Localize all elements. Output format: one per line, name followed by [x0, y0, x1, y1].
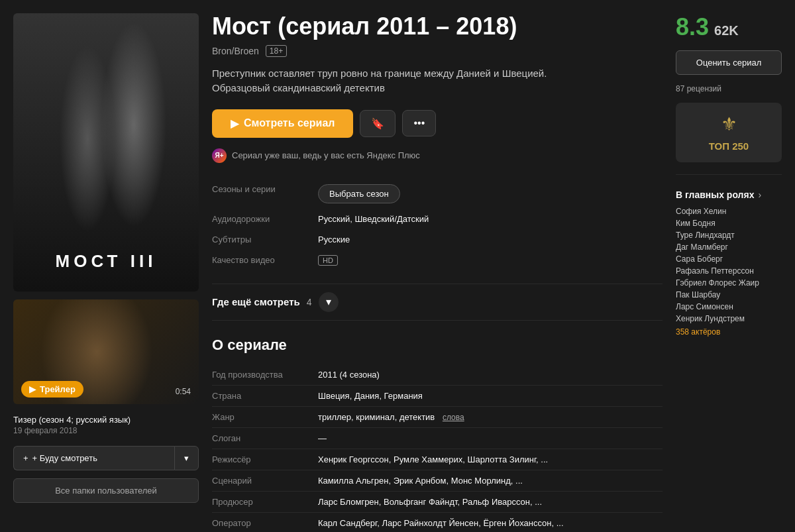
- trailer-thumbnail[interactable]: ▶ Трейлер 0:54: [13, 299, 199, 404]
- slova-link[interactable]: слова: [443, 413, 464, 422]
- cast-actor-9: Хенрик Лундстрем: [676, 314, 782, 323]
- subtitles-value: Русские: [318, 229, 662, 250]
- show-description: Преступник оставляет труп ровно на грани…: [212, 66, 583, 96]
- yandex-plus-icon: Я+: [212, 148, 227, 163]
- director-row: Режиссёр Хенрик Георгссон, Румле Хаммери…: [212, 449, 662, 470]
- age-badge: 18+: [266, 45, 287, 57]
- year-label: Год производства: [212, 364, 318, 386]
- director-label: Режиссёр: [212, 449, 318, 470]
- divider: [676, 174, 782, 175]
- year-row: Год производства 2011 (4 сезона): [212, 364, 662, 386]
- watchlist-dropdown-button[interactable]: ▾: [174, 446, 199, 470]
- cast-actor-2: Туре Линдхардт: [676, 231, 782, 240]
- reviews-count: 87 рецензий: [676, 84, 782, 93]
- watchlist-label: + Буду смотреть: [32, 453, 97, 463]
- slogan-row: Слоган —: [212, 427, 662, 449]
- writer-row: Сценарий Камилла Альгрен, Эрик Арнбом, М…: [212, 470, 662, 491]
- show-title: Мост (сериал 2011 – 2018): [212, 13, 662, 40]
- plus-icon: +: [23, 453, 28, 463]
- cast-actor-6: Гэбриел Флорес Жаир: [676, 278, 782, 288]
- cast-section: В главных ролях › София Хелин Ким Бодня …: [676, 189, 782, 337]
- seasons-row: Сезоны и серии Выбрать сезон: [212, 179, 662, 209]
- seasons-label: Сезоны и серии: [212, 179, 318, 209]
- operator-label: Оператор: [212, 512, 318, 532]
- rating-count: 62K: [714, 23, 739, 38]
- where-watch-expand-button[interactable]: ▾: [319, 292, 339, 312]
- rate-button[interactable]: Оценить сериал: [676, 50, 782, 75]
- quality-value: HD: [318, 250, 662, 270]
- chevron-down-icon: ▾: [184, 453, 189, 463]
- left-column: МОСТ III ▶ Трейлер 0:54 Тизер (сезон 4; …: [13, 13, 199, 532]
- season-select-button[interactable]: Выбрать сезон: [318, 184, 400, 203]
- producer-label: Продюсер: [212, 491, 318, 512]
- country-value: Швеция, Дания, Германия: [318, 385, 662, 406]
- producer-value: Ларс Бломгрен, Вольфганг Файндт, Ральф И…: [318, 491, 662, 512]
- poster-title: МОСТ III: [56, 251, 157, 272]
- yandex-plus-text: Сериал уже ваш, ведь у вас есть Яндекс П…: [232, 150, 420, 160]
- cast-title-row: В главных ролях ›: [676, 189, 782, 200]
- right-column: 8.3 62K Оценить сериал 87 рецензий ⚜ ТОП…: [676, 13, 782, 532]
- trailer-info: Тизер (сезон 4; русский язык) 19 февраля…: [13, 412, 199, 438]
- more-icon: •••: [413, 117, 425, 129]
- show-meta-row: Bron/Broen 18+: [212, 45, 662, 57]
- audio-value: Русский, Шведский/Датский: [318, 209, 662, 229]
- director-value: Хенрик Георгссон, Румле Хаммерих, Шарлот…: [318, 449, 662, 470]
- bookmark-button[interactable]: 🔖: [360, 110, 396, 137]
- bookmark-icon: 🔖: [371, 117, 384, 130]
- trailer-title: Тизер (сезон 4; русский язык): [13, 415, 199, 425]
- operator-row: Оператор Карл Сандберг, Ларс Райнхолдт Й…: [212, 512, 662, 532]
- rating-block: 8.3 62K: [676, 13, 782, 41]
- where-watch-row: Где ещё смотреть 4 ▾: [212, 284, 662, 321]
- writer-label: Сценарий: [212, 470, 318, 491]
- subtitles-row: Субтитры Русские: [212, 229, 662, 250]
- cast-actor-3: Даг Малмберг: [676, 242, 782, 252]
- country-row: Страна Швеция, Дания, Германия: [212, 385, 662, 406]
- producer-row: Продюсер Ларс Бломгрен, Вольфганг Файндт…: [212, 491, 662, 512]
- about-table: Год производства 2011 (4 сезона) Страна …: [212, 364, 662, 532]
- chevron-down-icon: ▾: [326, 295, 331, 308]
- quality-row: Качество видео HD: [212, 250, 662, 270]
- more-button[interactable]: •••: [402, 110, 436, 136]
- cast-actor-8: Ларс Симонсен: [676, 302, 782, 311]
- writer-value: Камилла Альгрен, Эрик Арнбом, Монс Морли…: [318, 470, 662, 491]
- top250-label: ТОП 250: [709, 140, 749, 152]
- rating-score: 8.3: [676, 13, 709, 41]
- cast-actor-0: София Хелин: [676, 207, 782, 216]
- genre-value: триллер, криминал, детектив слова: [318, 406, 662, 427]
- cast-actor-5: Рафаэль Петтерссон: [676, 266, 782, 276]
- main-poster: МОСТ III: [13, 13, 199, 292]
- watchlist-button[interactable]: + + Буду смотреть: [13, 446, 174, 470]
- year-value: 2011 (4 сезона): [318, 364, 662, 386]
- where-watch-count: 4: [307, 297, 312, 307]
- cast-actor-4: Сара Боберг: [676, 254, 782, 264]
- yandex-plus-row: Я+ Сериал уже ваш, ведь у вас есть Яндек…: [212, 148, 662, 163]
- slogan-label: Слоган: [212, 427, 318, 449]
- actors-count-link[interactable]: 358 актёров: [676, 327, 782, 337]
- cast-actor-7: Пак Шарбау: [676, 290, 782, 299]
- watchlist-row: + + Буду смотреть ▾: [13, 446, 199, 470]
- folders-button[interactable]: Все папки пользователей: [13, 478, 199, 503]
- play-icon: ▶: [29, 384, 36, 394]
- audio-label: Аудиодорожки: [212, 209, 318, 229]
- trailer-duration: 0:54: [176, 387, 191, 396]
- info-table: Сезоны и серии Выбрать сезон Аудиодорожк…: [212, 179, 662, 270]
- about-section-title: О сериале: [212, 337, 662, 354]
- audio-row: Аудиодорожки Русский, Шведский/Датский: [212, 209, 662, 229]
- cast-arrow-icon[interactable]: ›: [758, 189, 761, 200]
- action-row: ▶ Смотреть сериал 🔖 •••: [212, 109, 662, 138]
- original-title: Bron/Broen: [212, 46, 259, 56]
- cast-list: София Хелин Ким Бодня Туре Линдхардт Даг…: [676, 207, 782, 323]
- hd-badge: HD: [318, 255, 338, 266]
- genre-label: Жанр: [212, 406, 318, 427]
- play-icon: ▶: [231, 117, 238, 130]
- trailer-play-button[interactable]: ▶ Трейлер: [21, 381, 83, 398]
- watch-button[interactable]: ▶ Смотреть сериал: [212, 109, 353, 138]
- trailer-date: 19 февраля 2018: [13, 426, 199, 435]
- country-label: Страна: [212, 385, 318, 406]
- cast-section-title: В главных ролях: [676, 189, 754, 200]
- cast-actor-1: Ким Бодня: [676, 219, 782, 228]
- seasons-value: Выбрать сезон: [318, 179, 662, 209]
- slogan-value: —: [318, 427, 662, 449]
- genre-row: Жанр триллер, криминал, детектив слова: [212, 406, 662, 427]
- quality-label: Качество видео: [212, 250, 318, 270]
